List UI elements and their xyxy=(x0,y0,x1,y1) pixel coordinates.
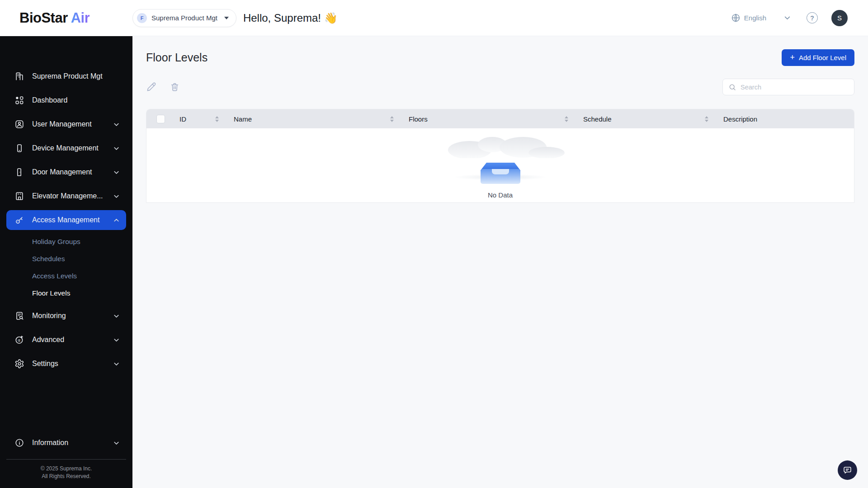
help-glyph: ? xyxy=(810,14,814,22)
select-all-checkbox[interactable] xyxy=(156,115,165,123)
chevron-down-icon xyxy=(113,440,120,446)
sidebar-subitem-schedules[interactable]: Schedules xyxy=(0,250,132,267)
sidebar-item-label: Elevator Manageme... xyxy=(32,192,103,200)
sidebar-item-user-management[interactable]: User Management xyxy=(6,114,126,134)
organization-selector[interactable]: F Suprema Product Mgt xyxy=(132,9,236,27)
dashboard-icon xyxy=(14,95,24,105)
chevron-up-icon xyxy=(113,217,120,224)
sidebar-item-label: Suprema Product Mgt xyxy=(32,72,103,80)
search-box xyxy=(722,79,854,95)
sidebar-subitem-floor-levels[interactable]: Floor Levels xyxy=(0,285,132,302)
header-actions: English ? S xyxy=(731,10,848,26)
column-header-floors[interactable]: Floors xyxy=(400,109,575,128)
search-icon xyxy=(728,83,736,91)
column-label: Schedule xyxy=(583,115,612,123)
copyright-text: © 2025 Suprema Inc. All Rights Reserved. xyxy=(0,465,132,480)
chat-fab-button[interactable] xyxy=(838,460,857,480)
sort-icon[interactable] xyxy=(215,116,219,122)
greeting-text: Hello, Suprema! 👋 xyxy=(243,12,338,24)
alpha-circle-icon: α xyxy=(14,335,24,345)
sort-icon[interactable] xyxy=(390,116,394,122)
chevron-down-icon xyxy=(113,145,120,152)
chevron-down-icon xyxy=(113,169,120,176)
sidebar-item-suprema-product-mgt[interactable]: Suprema Product Mgt xyxy=(6,66,126,86)
sidebar-item-access-management[interactable]: Access Management xyxy=(6,210,126,230)
clouds-illustration xyxy=(433,131,568,158)
sidebar-item-settings[interactable]: Settings xyxy=(6,354,126,374)
info-icon xyxy=(14,438,24,448)
sort-icon[interactable] xyxy=(565,116,568,122)
column-label: Description xyxy=(723,115,757,123)
sidebar-divider xyxy=(6,459,126,460)
sidebar-subitem-access-levels[interactable]: Access Levels xyxy=(0,267,132,285)
sidebar: Suprema Product Mgt Dashboard User Manag… xyxy=(0,36,132,488)
svg-text:α: α xyxy=(18,338,20,343)
column-label: Floors xyxy=(409,115,428,123)
chat-bubble-icon xyxy=(843,465,852,475)
caret-down-icon xyxy=(224,17,229,19)
user-icon xyxy=(14,119,24,129)
language-selector[interactable]: English xyxy=(731,13,766,23)
monitoring-icon xyxy=(14,311,24,321)
sidebar-subitem-holiday-groups[interactable]: Holiday Groups xyxy=(0,233,132,250)
empty-inbox-icon xyxy=(480,156,521,184)
sidebar-item-advanced[interactable]: α Advanced xyxy=(6,330,126,350)
chevron-down-icon xyxy=(113,337,120,343)
language-label: English xyxy=(744,14,766,22)
sidebar-item-door-management[interactable]: Door Management xyxy=(6,162,126,182)
help-button[interactable]: ? xyxy=(807,12,818,23)
column-header-description: Description xyxy=(715,109,854,128)
sidebar-item-label: Access Management xyxy=(32,216,99,224)
column-header-name[interactable]: Name xyxy=(225,109,400,128)
column-header-schedule[interactable]: Schedule xyxy=(575,109,715,128)
column-label: ID xyxy=(179,115,186,123)
sidebar-nav: Suprema Product Mgt Dashboard User Manag… xyxy=(0,66,132,374)
no-data-label: No Data xyxy=(419,191,582,199)
chevron-down-icon xyxy=(113,361,120,367)
globe-icon xyxy=(731,13,741,23)
add-button-label: Add Floor Level xyxy=(799,54,846,61)
device-icon xyxy=(14,143,24,153)
sidebar-item-label: Device Management xyxy=(32,144,99,152)
sidebar-item-label: Settings xyxy=(32,360,58,368)
column-label: Name xyxy=(234,115,252,123)
plus-icon: + xyxy=(790,53,795,61)
table-header-row: ID Name Floors Schedule Description xyxy=(146,109,854,128)
organization-name: Suprema Product Mgt xyxy=(151,14,217,22)
page-header: Floor Levels + Add Floor Level xyxy=(146,48,854,66)
table-toolbar xyxy=(146,79,854,95)
page-title: Floor Levels xyxy=(146,51,208,64)
sidebar-item-device-management[interactable]: Device Management xyxy=(6,138,126,158)
sidebar-item-elevator-management[interactable]: Elevator Manageme... xyxy=(6,186,126,206)
user-avatar[interactable]: S xyxy=(831,10,848,26)
logo-biostar: BioStar xyxy=(19,10,68,26)
copyright-line1: © 2025 Suprema Inc. xyxy=(0,465,132,473)
elevator-icon xyxy=(14,191,24,201)
empty-state: No Data xyxy=(419,128,582,202)
logo-air: Air xyxy=(68,10,90,26)
sort-icon[interactable] xyxy=(705,116,708,122)
table-body: No Data xyxy=(146,128,854,202)
avatar-initial: S xyxy=(837,14,842,22)
main-content: Floor Levels + Add Floor Level ID xyxy=(132,36,868,488)
sidebar-item-information[interactable]: Information xyxy=(6,433,126,453)
top-bar: BioStar Air F Suprema Product Mgt Hello,… xyxy=(0,0,868,36)
search-input[interactable] xyxy=(741,84,849,91)
floor-levels-table: ID Name Floors Schedule Description xyxy=(146,109,854,203)
edit-button[interactable] xyxy=(146,82,156,92)
access-management-submenu: Holiday Groups Schedules Access Levels F… xyxy=(0,233,132,302)
sidebar-item-dashboard[interactable]: Dashboard xyxy=(6,90,126,110)
chevron-down-icon[interactable] xyxy=(783,14,791,22)
organization-badge: F xyxy=(137,13,147,23)
sidebar-item-label: Information xyxy=(32,439,68,447)
delete-button[interactable] xyxy=(170,82,180,92)
column-header-id[interactable]: ID xyxy=(171,109,225,128)
sidebar-item-label: Door Management xyxy=(32,168,92,176)
door-icon xyxy=(14,167,24,177)
sidebar-item-monitoring[interactable]: Monitoring xyxy=(6,306,126,326)
sidebar-item-label: Advanced xyxy=(32,336,64,344)
select-all-cell xyxy=(146,109,171,128)
building-icon xyxy=(14,71,24,81)
add-floor-level-button[interactable]: + Add Floor Level xyxy=(782,49,854,66)
chevron-down-icon xyxy=(113,313,120,319)
